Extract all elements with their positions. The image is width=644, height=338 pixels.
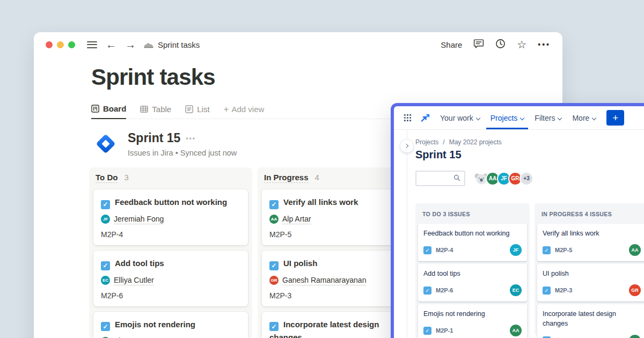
jira-content: Projects / May 2022 projects Sprint 15 A…: [394, 130, 644, 338]
nav-filters-label: Filters: [535, 114, 555, 122]
tab-list[interactable]: List: [185, 105, 209, 119]
assignee-link[interactable]: Jeremiah Fong: [114, 215, 164, 224]
sprint-more-icon[interactable]: •••: [186, 135, 196, 142]
tab-table-label: Table: [152, 105, 171, 114]
avatar: GR: [269, 276, 279, 285]
issue-card[interactable]: Add tool tips ✓ M2P-6 EC: [418, 264, 527, 302]
issue-card[interactable]: Feedback button not working ✓ M2P-4 JF: [418, 224, 527, 261]
nav-your-work-label: Your work: [440, 114, 473, 122]
card-title: Emojis not rendering: [115, 320, 195, 329]
assignee-link[interactable]: Ganesh Ramanarayanan: [282, 276, 366, 285]
issue-card[interactable]: Incorporate latest design changes ✓ M2P-…: [537, 304, 644, 338]
card-title: Incorporate latest design changes: [269, 320, 379, 338]
avatar-group: AA JF GR +3: [474, 172, 533, 186]
column-name[interactable]: In Progress: [264, 173, 309, 183]
assignee-avatar[interactable]: EC: [510, 284, 522, 296]
window-zoom-button[interactable]: [68, 41, 75, 48]
jira-logo-icon[interactable]: [417, 106, 434, 129]
jira-column-in-progress: IN PROGRESS 4 ISSUES Verify all links wo…: [535, 203, 644, 335]
assignee-avatar[interactable]: AA: [510, 325, 522, 336]
board-card[interactable]: ✓Emojis not rendering AA Alp Artar: [93, 312, 248, 338]
board-toolbar: AA JF GR +3: [415, 171, 644, 186]
checkbox-icon[interactable]: ✓: [101, 322, 110, 331]
jira-diamond-logo: [93, 131, 119, 159]
nav-projects[interactable]: Projects: [486, 106, 529, 129]
issue-card[interactable]: UI polish ✓ M2P-3 GR: [537, 264, 644, 302]
assignee-avatar[interactable]: AA: [629, 244, 641, 256]
column-count: 4: [315, 173, 319, 182]
issue-title: Emojis not rendering: [423, 309, 522, 319]
checkbox-icon[interactable]: ✓: [269, 261, 279, 270]
column-header: TO DO 3 ISSUES: [418, 206, 527, 224]
sidebar-divider: [407, 130, 407, 338]
assignee-link[interactable]: Alp Artar: [282, 215, 311, 224]
window-close-button[interactable]: [46, 41, 53, 48]
assignee-avatar[interactable]: AA: [629, 335, 641, 338]
issue-title: Feedback button not working: [423, 229, 522, 238]
nav-filters[interactable]: Filters: [530, 106, 566, 129]
column-name[interactable]: To Do: [96, 173, 118, 183]
avatar-overflow-badge[interactable]: +3: [519, 172, 533, 186]
add-view-button[interactable]: + Add view: [224, 105, 265, 119]
card-title: Add tool tips: [115, 259, 164, 268]
checkbox-icon[interactable]: ✓: [269, 322, 279, 331]
column-count: 3: [124, 173, 128, 182]
plus-icon: +: [224, 105, 229, 114]
forward-icon[interactable]: →: [125, 39, 136, 50]
checkbox-icon[interactable]: ✓: [101, 261, 110, 270]
comments-icon[interactable]: [473, 39, 484, 51]
updates-clock-icon[interactable]: [495, 39, 506, 51]
card-title: Feedback button not working: [115, 197, 227, 207]
issue-key: M2P-4: [101, 230, 240, 239]
board-card[interactable]: ✓Feedback button not working JF Jeremiah…: [93, 189, 248, 245]
checkbox-icon[interactable]: ✓: [101, 200, 110, 209]
issue-key: M2P-5: [269, 230, 410, 239]
board-card[interactable]: ✓Add tool tips EC Elliya Cutler M2P-6: [93, 251, 248, 306]
assignee-avatar[interactable]: GR: [629, 284, 641, 296]
search-icon: [453, 174, 460, 183]
board-title: Sprint 15: [415, 149, 644, 161]
tab-board[interactable]: Board: [91, 104, 126, 119]
column-header: IN PROGRESS 4 ISSUES: [537, 206, 644, 224]
create-button[interactable]: +: [606, 110, 624, 126]
jira-board: TO DO 3 ISSUES Feedback button not worki…: [415, 203, 644, 338]
chevron-down-icon: [592, 115, 596, 120]
task-type-icon: ✓: [543, 246, 551, 254]
sprint-title: Sprint 15: [128, 131, 180, 145]
tab-board-label: Board: [103, 104, 126, 113]
chevron-down-icon: [558, 115, 562, 120]
issue-title: UI polish: [543, 269, 641, 278]
issue-card[interactable]: Emojis not rendering ✓ M2P-1 AA: [418, 304, 527, 338]
task-type-icon: ✓: [423, 246, 431, 254]
breadcrumb-project-name[interactable]: May 2022 projects: [449, 138, 502, 146]
add-view-label: Add view: [231, 105, 264, 114]
more-icon[interactable]: •••: [538, 40, 551, 49]
checkbox-icon[interactable]: ✓: [269, 200, 279, 209]
expand-sidebar-button[interactable]: [400, 139, 413, 152]
assignee-link[interactable]: Elliya Cutler: [114, 276, 154, 285]
window-minimize-button[interactable]: [57, 41, 64, 48]
share-button[interactable]: Share: [441, 40, 462, 49]
app-switcher-grid-icon[interactable]: [400, 106, 415, 129]
task-type-icon: ✓: [423, 327, 431, 335]
page-title: Sprint tasks: [91, 64, 562, 90]
canvas: ← → Sprint tasks Share ☆ ••• Sprint task…: [0, 0, 644, 338]
tab-list-label: List: [197, 105, 209, 114]
assignee-avatar[interactable]: JF: [510, 244, 522, 256]
tab-table[interactable]: Table: [140, 105, 171, 119]
issue-title: Add tool tips: [423, 269, 522, 278]
issue-key: M2P-4: [436, 247, 453, 253]
issue-key: M2P-5: [555, 247, 572, 253]
sidebar-menu-icon[interactable]: [87, 41, 97, 48]
card-title: Verify all links work: [283, 197, 358, 207]
nav-your-work[interactable]: Your work: [436, 106, 484, 129]
favorite-star-icon[interactable]: ☆: [517, 39, 526, 50]
breadcrumb-projects[interactable]: Projects: [415, 138, 438, 146]
breadcrumb-separator: /: [443, 138, 444, 146]
back-icon[interactable]: ←: [106, 39, 116, 50]
search-input[interactable]: [415, 171, 465, 186]
notion-titlebar: ← → Sprint tasks Share ☆ •••: [34, 32, 562, 57]
breadcrumb: Projects / May 2022 projects: [415, 138, 644, 146]
issue-card[interactable]: Verify all links work ✓ M2P-5 AA: [537, 224, 644, 261]
nav-more[interactable]: More: [568, 106, 600, 129]
